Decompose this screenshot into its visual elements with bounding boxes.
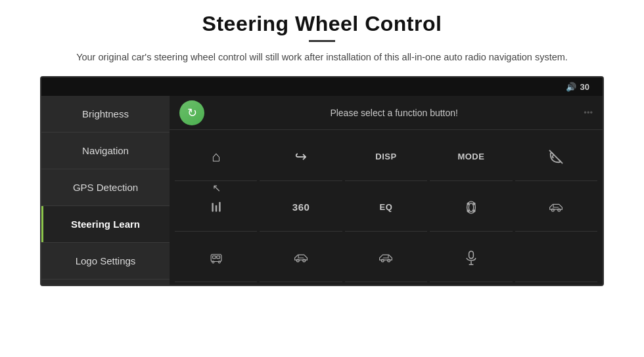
page-title: Steering Wheel Control — [202, 12, 442, 36]
status-bar: 🔊 30 — [41, 77, 603, 96]
sidebar-item-gps-detection[interactable]: GPS Detection ↖ — [41, 169, 170, 206]
grid-cell-car-icon1[interactable] — [430, 184, 512, 232]
car-side2-icon — [294, 251, 308, 265]
panel-message: Please select a function button! — [214, 108, 574, 118]
grid-cell-car-front[interactable] — [175, 234, 257, 282]
refresh-button[interactable]: ↻ — [179, 100, 204, 125]
svg-rect-14 — [216, 256, 219, 259]
grid-cell-car-side3[interactable] — [345, 234, 427, 282]
label-360: 360 — [292, 201, 310, 213]
page-subtitle: Your original car's steering wheel contr… — [76, 50, 568, 64]
right-panel: ↻ Please select a function button! ••• ⌂… — [170, 96, 603, 285]
svg-point-15 — [212, 261, 214, 263]
grid-cell-car-side2[interactable] — [260, 234, 342, 282]
grid-cell-eq[interactable]: EQ — [345, 184, 427, 232]
mode-label: MODE — [457, 152, 484, 161]
eq-label: EQ — [380, 202, 393, 212]
grid-cell-back[interactable]: ↩ — [260, 133, 342, 180]
panel-right-dots: ••• — [584, 108, 593, 117]
grid-cell-360[interactable]: 360 — [260, 184, 342, 232]
grid-cell-disp[interactable]: DISP — [345, 133, 427, 180]
sidebar-item-navigation[interactable]: Navigation — [41, 133, 170, 169]
bars-icon — [210, 201, 223, 214]
svg-rect-3 — [219, 202, 221, 212]
svg-point-5 — [469, 203, 473, 212]
sidebar: Brightness Navigation GPS Detection ↖ St… — [41, 96, 170, 285]
grid-cell-mode[interactable]: MODE — [430, 133, 512, 180]
car-top-icon — [464, 200, 478, 215]
phone-off-icon — [549, 150, 563, 164]
refresh-icon: ↻ — [187, 106, 197, 120]
svg-rect-1 — [212, 203, 214, 211]
sidebar-item-steering-learn[interactable]: Steering Learn — [41, 206, 170, 243]
main-content: Brightness Navigation GPS Detection ↖ St… — [41, 96, 603, 285]
car-front-icon — [209, 251, 223, 265]
volume-value: 30 — [580, 82, 589, 92]
sidebar-item-brightness[interactable]: Brightness — [41, 96, 170, 133]
home-icon: ⌂ — [212, 148, 220, 165]
grid-cell-empty — [515, 234, 597, 282]
car-side-icon — [549, 200, 563, 215]
svg-point-9 — [473, 210, 475, 212]
svg-point-6 — [467, 203, 469, 205]
back-icon: ↩ — [295, 148, 307, 165]
svg-rect-13 — [212, 256, 216, 259]
page-wrapper: Steering Wheel Control Your original car… — [0, 0, 644, 357]
svg-point-8 — [467, 210, 469, 212]
panel-top: ↻ Please select a function button! ••• — [170, 96, 603, 130]
grid-cell-mic[interactable] — [430, 234, 512, 282]
svg-point-7 — [473, 203, 475, 205]
volume-icon: 🔊 — [566, 82, 576, 92]
svg-point-16 — [218, 261, 220, 263]
sidebar-item-logo-settings[interactable]: Logo Settings — [41, 243, 170, 280]
svg-rect-2 — [215, 205, 217, 212]
title-divider — [309, 40, 335, 42]
grid-cell-bars[interactable] — [175, 184, 257, 232]
button-grid: ⌂ ↩ DISP MODE — [170, 130, 603, 285]
grid-cell-car-icon2[interactable] — [515, 184, 597, 232]
grid-cell-home[interactable]: ⌂ — [175, 133, 257, 180]
microphone-icon — [465, 251, 477, 265]
device-screen: 🔊 30 Brightness Navigation GPS Detection… — [40, 76, 604, 286]
grid-cell-phone-off[interactable] — [515, 133, 597, 180]
disp-label: DISP — [375, 152, 396, 161]
svg-rect-21 — [469, 251, 474, 259]
car-side3-icon — [379, 251, 393, 265]
